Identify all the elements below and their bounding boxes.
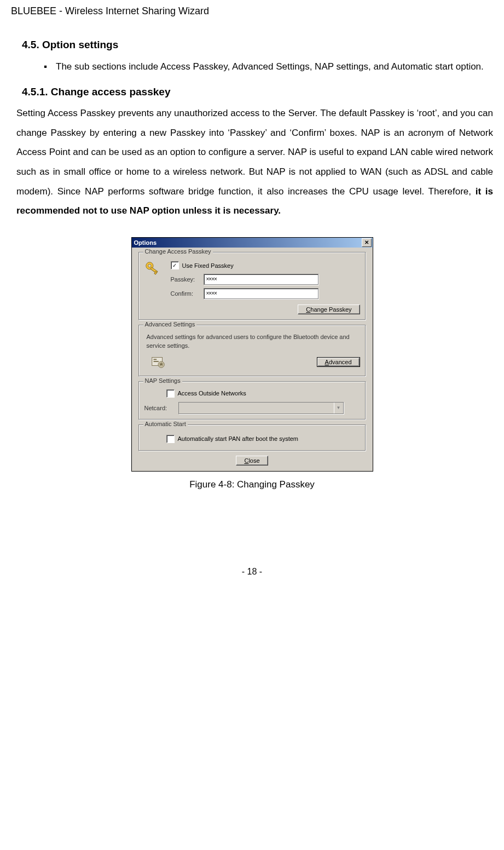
document-header: BLUEBEE - Wireless Internet Sharing Wiza…: [11, 5, 493, 17]
passkey-input[interactable]: ××××: [204, 274, 318, 285]
change-passkey-button[interactable]: Change Passkey: [298, 305, 360, 314]
advanced-icon: [144, 353, 166, 371]
netcard-combobox[interactable]: ▼: [178, 402, 344, 414]
advanced-button[interactable]: Advanced: [317, 357, 360, 367]
use-fixed-passkey-label: Use Fixed Passkey: [182, 262, 234, 269]
svg-rect-5: [153, 359, 157, 360]
autostart-label: Automatically start PAN after boot the s…: [178, 435, 299, 442]
dialog-container: Options ✕ Change Access Passkey: [11, 237, 493, 472]
dialog-body: Change Access Passkey: [132, 248, 373, 471]
autostart-checkbox[interactable]: [166, 435, 175, 443]
use-fixed-passkey-checkbox[interactable]: ✓: [171, 261, 179, 269]
chevron-down-icon[interactable]: ▼: [334, 403, 343, 413]
use-fixed-passkey-row: ✓ Use Fixed Passkey: [171, 261, 360, 269]
figure-caption: Figure 4-8: Changing Passkey: [11, 479, 493, 490]
svg-rect-6: [153, 361, 158, 362]
advanced-description: Advanced settings for advanced users to …: [147, 333, 360, 350]
dialog-close-button[interactable]: ✕: [362, 238, 372, 247]
dialog-titlebar: Options ✕: [132, 238, 373, 248]
bullet-marker: ▪: [44, 58, 56, 76]
netcard-combobox-field: [179, 403, 334, 413]
autostart-row: Automatically start PAN after boot the s…: [166, 433, 360, 445]
document-page: BLUEBEE - Wireless Internet Sharing Wiza…: [0, 0, 504, 593]
bullet-text: The sub sections include Access Passkey,…: [56, 58, 493, 76]
groupbox-autostart: Automatic Start Automatically start PAN …: [138, 424, 366, 451]
dialog-title: Options: [134, 239, 157, 246]
groupbox-nap: NAP Settings Access Outside Networks Net…: [138, 381, 366, 420]
bullet-item: ▪ The sub sections include Access Passke…: [44, 58, 493, 76]
groupbox-legend-nap: NAP Settings: [143, 377, 182, 384]
passkey-label: Passkey:: [171, 276, 204, 283]
key-icon: [144, 260, 161, 278]
access-outside-label: Access Outside Networks: [178, 390, 246, 397]
access-outside-checkbox[interactable]: [166, 389, 175, 398]
svg-point-1: [148, 265, 151, 268]
body-paragraph: Setting Access Passkey prevents any unau…: [16, 104, 493, 221]
options-dialog: Options ✕ Change Access Passkey: [131, 237, 373, 472]
body-part1: Setting Access Passkey prevents any unau…: [16, 108, 493, 197]
confirm-row: Confirm: ××××: [171, 288, 360, 299]
netcard-label: Netcard:: [144, 405, 173, 411]
netcard-row: Netcard: ▼: [144, 402, 360, 414]
groupbox-legend-advanced: Advanced Settings: [143, 321, 197, 328]
close-button[interactable]: Close: [236, 456, 268, 466]
groupbox-legend-passkey: Change Access Passkey: [143, 248, 213, 255]
groupbox-advanced: Advanced Settings Advanced settings for …: [138, 325, 366, 377]
passkey-row: Passkey: ××××: [171, 274, 360, 285]
groupbox-change-passkey: Change Access Passkey: [138, 252, 366, 320]
groupbox-legend-autostart: Automatic Start: [143, 421, 188, 427]
subsection-title: 4.5.1. Change access passkey: [22, 86, 493, 98]
confirm-input[interactable]: ××××: [204, 288, 318, 299]
access-outside-row: Access Outside Networks: [166, 389, 360, 398]
confirm-label: Confirm:: [171, 290, 204, 297]
section-title: 4.5. Option settings: [22, 39, 493, 51]
page-number: - 18 -: [11, 567, 493, 577]
